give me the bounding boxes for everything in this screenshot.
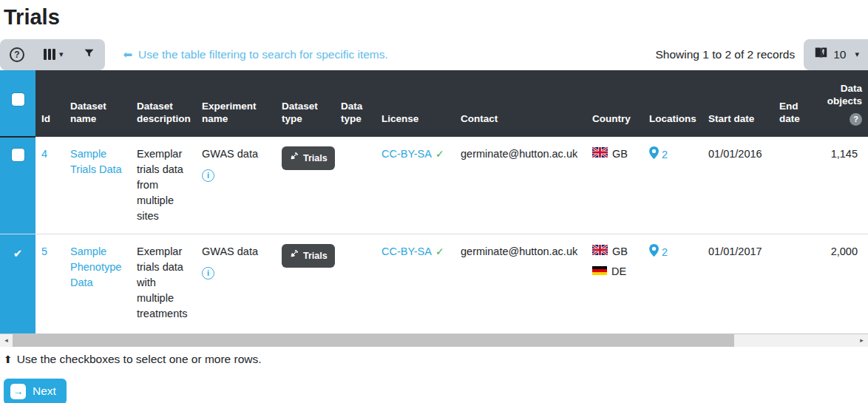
col-header-start-date[interactable]: Start date bbox=[702, 70, 773, 137]
dataset-type-badge-label: Trials bbox=[303, 249, 328, 263]
cell-country: GB DE bbox=[586, 234, 643, 333]
experiment-name-text: GWAS data bbox=[202, 146, 270, 162]
row-select-cell bbox=[0, 137, 35, 234]
cell-license: CC-BY-SA✓ bbox=[376, 137, 455, 234]
help-icon: ? bbox=[10, 47, 24, 62]
scroll-right-button[interactable]: ▸ bbox=[855, 334, 868, 347]
cell-start-date: 01/01/2017 bbox=[702, 234, 773, 333]
cell-end-date bbox=[773, 234, 810, 333]
shovel-icon bbox=[289, 249, 299, 263]
country-code: GB bbox=[612, 244, 628, 260]
dataset-type-badge: Trials bbox=[282, 244, 335, 268]
columns-button[interactable]: ▾ bbox=[34, 39, 73, 70]
license-link[interactable]: CC-BY-SA bbox=[382, 245, 432, 257]
table-row: ✔ 5 Sample Phenotype Data Exemplar trial… bbox=[0, 234, 868, 333]
row-checkbox[interactable] bbox=[12, 149, 24, 161]
map-pin-icon bbox=[649, 244, 659, 261]
dataset-name-link[interactable]: Sample Trials Data bbox=[70, 148, 122, 175]
table-header-row: Id Dataset name Dataset description Expe… bbox=[0, 70, 868, 137]
cell-data-objects: 1,145 bbox=[810, 137, 868, 234]
filter-icon bbox=[83, 47, 95, 61]
horizontal-scrollbar: ◂ ▸ bbox=[0, 334, 868, 347]
filter-button[interactable] bbox=[73, 39, 105, 70]
table-toolbar: ? ▾ ⬅ Use the table filtering to search … bbox=[0, 39, 868, 70]
help-button[interactable]: ? bbox=[0, 39, 34, 70]
experiment-name-text: GWAS data bbox=[202, 244, 270, 260]
scroll-left-button[interactable]: ◂ bbox=[0, 334, 13, 347]
dataset-type-badge: Trials bbox=[282, 146, 335, 170]
col-header-license[interactable]: License bbox=[376, 70, 455, 137]
toolbar-right: Showing 1 to 2 of 2 records 10 ▾ bbox=[656, 39, 868, 70]
next-button[interactable]: → Next bbox=[4, 379, 67, 403]
locations-link[interactable]: 2 bbox=[662, 147, 668, 163]
filtering-hint-text: Use the table filtering to search for sp… bbox=[138, 48, 388, 61]
col-header-dataset-description[interactable]: Dataset description bbox=[131, 70, 196, 137]
country-entry: DE bbox=[592, 264, 637, 280]
book-icon bbox=[814, 47, 828, 62]
col-header-contact[interactable]: Contact bbox=[455, 70, 586, 137]
cell-id: 4 bbox=[35, 137, 64, 234]
up-arrow-icon: ⬆ bbox=[4, 353, 13, 365]
select-all-checkbox[interactable] bbox=[12, 93, 24, 106]
cell-id: 5 bbox=[35, 234, 64, 333]
col-header-end-date[interactable]: End date bbox=[773, 70, 810, 137]
table-row: 4 Sample Trials Data Exemplar trials dat… bbox=[0, 137, 868, 234]
col-header-locations[interactable]: Locations bbox=[643, 70, 702, 137]
next-arrow-icon: → bbox=[10, 384, 26, 399]
cell-dataset-type: Trials bbox=[276, 137, 335, 234]
checkbox-hint-text: Use the checkboxes to select one or more… bbox=[17, 353, 262, 366]
col-header-country[interactable]: Country bbox=[586, 70, 643, 137]
page-title: Trials bbox=[4, 4, 868, 30]
cell-locations: 2 bbox=[643, 137, 702, 234]
check-icon: ✓ bbox=[435, 245, 444, 257]
locations-link[interactable]: 2 bbox=[662, 245, 668, 260]
chevron-down-icon: ▾ bbox=[59, 50, 64, 58]
id-link[interactable]: 5 bbox=[41, 245, 47, 257]
col-header-dataset-type[interactable]: Dataset type bbox=[276, 70, 335, 137]
col-header-experiment-name[interactable]: Experiment name bbox=[196, 70, 276, 137]
filtering-hint: ⬅ Use the table filtering to search for … bbox=[123, 48, 388, 61]
cell-dataset-description: Exemplar trials data from multiple sites bbox=[131, 137, 196, 234]
country-entry: GB bbox=[592, 244, 637, 260]
scrollbar-track[interactable] bbox=[734, 334, 855, 347]
page-size-button[interactable]: 10 ▾ bbox=[804, 39, 868, 70]
chevron-down-icon: ▾ bbox=[855, 50, 859, 58]
country-code: DE bbox=[611, 264, 626, 280]
col-header-data-objects[interactable]: Data objects ? bbox=[810, 70, 868, 137]
cell-data-type bbox=[335, 137, 376, 234]
country-entry: GB bbox=[592, 146, 637, 162]
col-header-dataset-name[interactable]: Dataset name bbox=[64, 70, 131, 137]
flag-gb-icon bbox=[592, 146, 608, 162]
columns-icon bbox=[44, 49, 55, 60]
scrollbar-thumb[interactable] bbox=[13, 334, 734, 347]
col-header-id[interactable]: Id bbox=[35, 70, 64, 137]
page-size-value: 10 bbox=[833, 48, 846, 61]
cell-end-date bbox=[773, 137, 810, 234]
cell-data-type bbox=[335, 234, 376, 333]
check-icon: ✓ bbox=[435, 148, 444, 160]
dataset-name-link[interactable]: Sample Phenotype Data bbox=[70, 245, 121, 288]
col-header-data-type[interactable]: Data type bbox=[335, 70, 376, 137]
cell-license: CC-BY-SA✓ bbox=[376, 234, 455, 333]
cell-dataset-name: Sample Phenotype Data bbox=[64, 234, 131, 333]
license-link[interactable]: CC-BY-SA bbox=[382, 148, 432, 160]
country-code: GB bbox=[612, 146, 628, 162]
flag-gb-icon bbox=[592, 244, 608, 260]
info-icon[interactable]: i bbox=[202, 267, 214, 280]
record-count-text: Showing 1 to 2 of 2 records bbox=[656, 48, 796, 61]
checkbox-hint: ⬆ Use the checkboxes to select one or mo… bbox=[4, 353, 868, 366]
cell-contact: germinate@hutton.ac.uk bbox=[455, 137, 586, 234]
cell-dataset-name: Sample Trials Data bbox=[64, 137, 131, 234]
flag-de-icon bbox=[592, 264, 607, 280]
info-icon[interactable]: i bbox=[202, 169, 214, 182]
datasets-table: Id Dataset name Dataset description Expe… bbox=[0, 70, 868, 334]
cell-dataset-type: Trials bbox=[276, 234, 335, 333]
left-arrow-icon: ⬅ bbox=[123, 48, 133, 61]
id-link[interactable]: 4 bbox=[41, 148, 47, 160]
map-pin-icon bbox=[649, 146, 659, 163]
row-checkbox-checked[interactable]: ✔ bbox=[13, 247, 23, 260]
data-objects-help-icon[interactable]: ? bbox=[850, 113, 862, 126]
cell-contact: germinate@hutton.ac.uk bbox=[455, 234, 586, 333]
cell-country: GB bbox=[586, 137, 643, 234]
cell-start-date: 01/01/2016 bbox=[702, 137, 773, 234]
